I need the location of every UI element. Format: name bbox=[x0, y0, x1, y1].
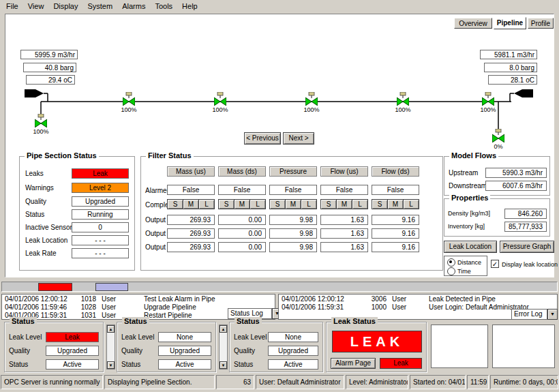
log-time: 04/01/2006 12:00:12 bbox=[282, 295, 370, 303]
log-entry[interactable]: 04/01/2006 12:00:12 1018 User Test Leak … bbox=[5, 295, 275, 303]
log-time: 04/01/2006 11:59:31 bbox=[282, 303, 370, 312]
log-message: Leak Detected in Pipe bbox=[429, 295, 557, 303]
valve-icon[interactable] bbox=[123, 92, 135, 107]
warnings-value: Level 2 bbox=[72, 183, 129, 193]
leak-rate-value: - - - bbox=[72, 248, 129, 258]
complete-l-button[interactable]: L bbox=[352, 199, 368, 209]
menu-display[interactable]: Display bbox=[48, 1, 82, 12]
display-status: Displaying Pipeline Section. bbox=[104, 375, 215, 389]
density-value: 846.260 bbox=[504, 209, 547, 219]
inventory-value: 85,777,933 bbox=[504, 222, 547, 232]
section-timeline-strip[interactable] bbox=[1, 282, 558, 292]
group-title: Status bbox=[10, 317, 37, 325]
log-code: 1031 bbox=[77, 312, 102, 320]
valve-icon[interactable] bbox=[214, 92, 226, 107]
leak-status-group: Leak Status LEAK Alarm Page Leak bbox=[326, 322, 427, 372]
group-title: Properties bbox=[449, 194, 490, 202]
complete-s-button[interactable]: S bbox=[167, 199, 183, 209]
complete-s-button[interactable]: S bbox=[218, 199, 235, 209]
leak-location-button[interactable]: Leak Location bbox=[444, 241, 497, 253]
output-value: 9.98 bbox=[269, 228, 317, 239]
log-code: 3006 bbox=[370, 295, 392, 303]
current-user: User: Default Administrator bbox=[256, 375, 344, 389]
log-entry[interactable]: 04/01/2006 12:00:12 3006 User Leak Detec… bbox=[282, 295, 557, 303]
filter-status-group: Filter Status Mass (us) Mass (ds) Pressu… bbox=[140, 156, 443, 271]
row-label: Leak Level bbox=[121, 333, 154, 341]
section-scrollbar[interactable]: ▲ ▼ bbox=[106, 325, 115, 370]
error-log-selector[interactable]: Error Log ▼ bbox=[511, 309, 558, 320]
tab-profile[interactable]: Profile bbox=[528, 18, 554, 29]
filter-column-header: Mass (ds) bbox=[218, 166, 266, 177]
alarm-page-button[interactable]: Alarm Page bbox=[331, 358, 376, 369]
valve-icon[interactable] bbox=[35, 114, 47, 129]
output-value: 269.93 bbox=[167, 215, 215, 225]
tab-pipeline[interactable]: Pipeline bbox=[494, 17, 526, 29]
display-leak-location-checkbox[interactable]: ✓ bbox=[491, 260, 499, 268]
row-label: Leak Location bbox=[25, 237, 67, 244]
row-label: Upstream bbox=[449, 169, 478, 177]
row-label: Leak Rate bbox=[25, 250, 57, 257]
row-label: Quality bbox=[234, 347, 255, 355]
valve-icon[interactable] bbox=[305, 92, 318, 107]
complete-s-button[interactable]: S bbox=[320, 199, 337, 209]
alarmed-value: False bbox=[269, 185, 317, 195]
row-label: Status bbox=[25, 211, 44, 218]
radio-label: Distance bbox=[457, 259, 481, 266]
complete-m-button[interactable]: M bbox=[285, 199, 301, 209]
scroll-up-button[interactable]: ▲ bbox=[107, 325, 115, 333]
row-label: Quality bbox=[9, 347, 30, 355]
opc-server-status: OPC Server is running normally bbox=[1, 375, 103, 389]
scroll-down-button[interactable]: ▼ bbox=[220, 361, 227, 369]
complete-l-button[interactable]: L bbox=[250, 199, 266, 209]
menu-bar: File View Display System Alarms Tools He… bbox=[0, 0, 559, 12]
menu-help[interactable]: Help bbox=[177, 1, 202, 12]
complete-m-button[interactable]: M bbox=[387, 199, 404, 209]
complete-m-button[interactable]: M bbox=[336, 199, 352, 209]
menu-file[interactable]: File bbox=[1, 1, 23, 12]
valve-icon[interactable] bbox=[492, 129, 504, 144]
time-radio[interactable]: Time bbox=[447, 267, 471, 275]
menu-alarms[interactable]: Alarms bbox=[117, 1, 150, 12]
valve-icon[interactable] bbox=[397, 92, 409, 107]
selected-section-marker[interactable] bbox=[95, 283, 128, 291]
runtime: Runtime: 0 days, 00:00:54 bbox=[490, 375, 558, 389]
complete-s-button[interactable]: S bbox=[269, 199, 286, 209]
leak-section-marker[interactable] bbox=[38, 283, 72, 291]
output-value: 0.00 bbox=[218, 215, 266, 225]
scroll-up-button[interactable]: ▲ bbox=[220, 325, 227, 333]
scroll-down-button[interactable]: ▼ bbox=[107, 361, 115, 369]
output-value: 9.16 bbox=[372, 215, 419, 225]
valve-icon[interactable] bbox=[482, 92, 494, 107]
pressure-graph-button[interactable]: Pressure Graph bbox=[500, 241, 554, 253]
menu-system[interactable]: System bbox=[82, 1, 117, 12]
output-value: 9.98 bbox=[269, 242, 317, 252]
section-scrollbar[interactable]: ▲ ▼ bbox=[219, 325, 228, 370]
leak-level-value: None bbox=[268, 332, 318, 342]
leak-indicator: Leak bbox=[380, 358, 422, 369]
log-time: 04/01/2006 12:00:12 bbox=[5, 295, 77, 303]
complete-m-button[interactable]: M bbox=[234, 199, 250, 209]
tab-overview[interactable]: Overview bbox=[454, 18, 492, 29]
distance-radio[interactable]: Distance bbox=[447, 258, 481, 267]
chevron-down-icon[interactable]: ▼ bbox=[547, 309, 558, 320]
complete-m-button[interactable]: M bbox=[183, 199, 199, 209]
checkmark-icon: ✓ bbox=[492, 260, 498, 268]
complete-l-button[interactable]: L bbox=[301, 199, 317, 209]
complete-l-button[interactable]: L bbox=[403, 199, 419, 209]
menu-view[interactable]: View bbox=[23, 1, 49, 12]
next-button[interactable]: Next > bbox=[283, 132, 314, 145]
valve-position-label: 0% bbox=[488, 143, 509, 150]
combo-value[interactable]: Error Log bbox=[511, 309, 547, 320]
row-label: Leak Level bbox=[234, 333, 267, 341]
radio-label: Time bbox=[457, 268, 471, 275]
complete-l-button[interactable]: L bbox=[198, 199, 215, 209]
pipeline-section-panel: Overview Pipeline Profile 5995.9 m3/hr 4… bbox=[5, 14, 554, 277]
complete-s-button[interactable]: S bbox=[372, 199, 388, 209]
previous-button[interactable]: < Previous bbox=[244, 132, 281, 145]
row-label: Status bbox=[234, 361, 253, 368]
leak-level-value: None bbox=[158, 332, 211, 342]
alarmed-value: False bbox=[320, 185, 368, 195]
menu-tools[interactable]: Tools bbox=[150, 1, 177, 12]
output-value: 0.00 bbox=[218, 228, 266, 239]
status-value: Active bbox=[158, 359, 211, 370]
